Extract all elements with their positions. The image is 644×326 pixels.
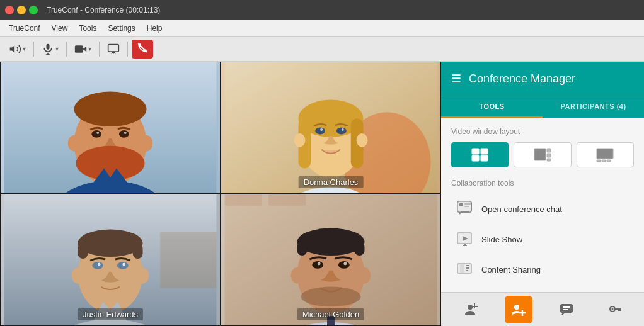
menu-help[interactable]: Help <box>142 23 168 34</box>
svg-point-44 <box>98 262 101 266</box>
minimize-button[interactable] <box>17 6 26 14</box>
maximize-button[interactable] <box>29 6 38 14</box>
svg-point-45 <box>122 262 125 266</box>
toolbar-divider-2 <box>66 42 67 57</box>
conference-manager-panel: ☰ Conference Manager TOOLS PARTICIPANTS … <box>441 62 644 326</box>
svg-rect-77 <box>607 160 611 162</box>
close-button[interactable] <box>5 6 14 14</box>
menu-trueconf[interactable]: TrueConf <box>4 23 45 34</box>
svg-rect-75 <box>597 160 601 162</box>
svg-rect-70 <box>534 149 546 160</box>
svg-rect-35 <box>160 232 216 288</box>
person-2-face <box>221 62 440 193</box>
end-call-button[interactable] <box>132 40 153 59</box>
screen-share-icon <box>107 43 120 55</box>
layout-single-button[interactable] <box>577 142 634 167</box>
grid-layout-icon <box>471 147 489 162</box>
svg-point-30 <box>320 128 323 131</box>
video-cell-bottom-right: Michael Golden <box>221 194 441 326</box>
svg-rect-1 <box>47 43 50 49</box>
svg-marker-0 <box>10 45 15 53</box>
svg-rect-68 <box>472 155 479 161</box>
video-layout-label: Video window layout <box>451 127 634 136</box>
svg-point-65 <box>359 267 371 284</box>
slideshow-label: Slide Show <box>481 235 522 244</box>
svg-point-64 <box>291 267 304 284</box>
tab-participants[interactable]: PARTICIPANTS (4) <box>543 96 644 118</box>
svg-point-19 <box>141 135 153 152</box>
participant-name-donna: Donna Charles <box>299 176 364 188</box>
svg-point-32 <box>294 133 306 147</box>
chat-bottom-button[interactable] <box>553 296 580 323</box>
svg-point-47 <box>137 267 149 284</box>
add-participants-bottom-button[interactable] <box>505 296 532 323</box>
svg-rect-58 <box>355 242 365 256</box>
audio-dropdown-icon[interactable]: ▾ <box>23 45 26 52</box>
svg-point-59 <box>301 287 360 307</box>
svg-point-63 <box>343 262 347 265</box>
menu-tools[interactable]: Tools <box>74 23 101 34</box>
svg-rect-74 <box>597 149 613 159</box>
svg-rect-66 <box>472 149 479 154</box>
svg-point-14 <box>119 130 129 138</box>
svg-rect-73 <box>547 159 551 161</box>
svg-point-29 <box>336 128 347 135</box>
panel-content: Video window layout <box>441 118 644 292</box>
video-cell-top-right: Donna Charles <box>221 62 441 194</box>
svg-rect-94 <box>471 306 478 307</box>
window-controls[interactable] <box>5 6 38 14</box>
svg-point-31 <box>342 128 344 131</box>
menu-settings[interactable]: Settings <box>103 23 140 34</box>
content-sharing-icon <box>456 261 474 278</box>
settings-bottom-button[interactable] <box>601 296 629 323</box>
speaker-layout-icon <box>534 147 551 162</box>
content-sharing-item[interactable]: Content Sharing <box>451 254 634 284</box>
video-grid: Donna Charles <box>0 62 441 326</box>
settings-bottom-icon <box>607 302 623 317</box>
layout-grid-button[interactable] <box>451 142 509 167</box>
title-bar: TrueConf - Conference (00:01:13) <box>0 0 644 20</box>
collaboration-label: Collaboration tools <box>451 179 634 188</box>
svg-point-16 <box>124 132 127 134</box>
camera-dropdown-icon[interactable]: ▾ <box>88 45 91 52</box>
slideshow-icon <box>456 230 474 248</box>
single-layout-icon <box>596 147 614 162</box>
menu-bar: TrueConf View Tools Settings Help <box>0 20 644 37</box>
menu-view[interactable]: View <box>47 23 73 34</box>
svg-rect-51 <box>268 194 306 206</box>
mic-button[interactable]: ▾ <box>38 41 62 57</box>
chat-icon <box>456 200 474 218</box>
add-participants-icon <box>511 302 526 317</box>
mic-icon <box>42 43 54 55</box>
svg-point-15 <box>96 132 99 134</box>
mic-dropdown-icon[interactable]: ▾ <box>55 45 59 52</box>
open-chat-item[interactable]: Open conference chat <box>451 194 634 224</box>
svg-rect-80 <box>459 203 463 206</box>
svg-rect-69 <box>481 155 488 161</box>
svg-point-13 <box>91 130 101 138</box>
svg-point-62 <box>318 262 321 265</box>
tab-tools[interactable]: TOOLS <box>441 96 543 118</box>
layout-button-group <box>451 142 634 167</box>
menu-icon[interactable]: ☰ <box>451 72 461 86</box>
svg-rect-99 <box>560 304 573 313</box>
svg-point-103 <box>611 308 613 310</box>
svg-rect-82 <box>464 206 469 207</box>
slideshow-item[interactable]: Slide Show <box>451 224 634 254</box>
panel-tabs: TOOLS PARTICIPANTS (4) <box>441 96 644 118</box>
participants-bottom-button[interactable] <box>456 296 484 323</box>
svg-rect-41 <box>133 243 143 259</box>
video-cell-bottom-left: Justin Edwards <box>0 194 221 326</box>
svg-rect-50 <box>225 194 262 206</box>
audio-button[interactable]: ▾ <box>5 41 30 57</box>
toolbar-divider-4 <box>127 42 128 57</box>
svg-rect-72 <box>547 154 551 157</box>
svg-point-28 <box>315 128 325 135</box>
layout-speaker-button[interactable] <box>514 142 571 167</box>
participant-name-michael: Michael Golden <box>297 308 364 320</box>
chat-bottom-icon <box>559 302 574 317</box>
svg-point-17 <box>76 146 145 181</box>
person-1-face <box>1 62 220 193</box>
camera-button[interactable]: ▾ <box>71 41 95 57</box>
screen-share-button[interactable] <box>103 41 124 57</box>
